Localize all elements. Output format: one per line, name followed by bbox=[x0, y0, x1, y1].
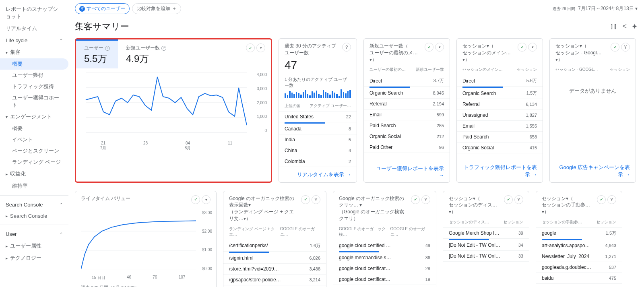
status-ok-icon[interactable]: ✓ bbox=[597, 195, 606, 204]
pill-all-users[interactable]: す すべてのユーザー bbox=[75, 3, 130, 14]
status-ok-icon[interactable]: ✓ bbox=[411, 195, 420, 204]
sidebar-user[interactable]: User⌃ bbox=[0, 228, 68, 240]
table-row[interactable]: United States22 bbox=[279, 111, 357, 122]
table-row[interactable]: Google Merch Shop I…39 bbox=[443, 228, 529, 239]
row-label: google merchandise store bbox=[339, 255, 391, 260]
table-row[interactable]: Paid Other96 bbox=[364, 142, 450, 153]
table-row[interactable]: s0.2mdn.net210 bbox=[536, 284, 622, 287]
status-ok-icon[interactable]: ✓ bbox=[246, 43, 255, 52]
pill-add-compare[interactable]: 比較対象を追加 ＋ bbox=[132, 3, 181, 14]
card-menu-button[interactable] bbox=[435, 43, 444, 52]
help-icon[interactable]: ? bbox=[105, 46, 110, 51]
row-value: 1.5万 bbox=[606, 230, 616, 236]
sidebar-eng-pages[interactable]: ページとスクリーン bbox=[0, 145, 68, 157]
table-row[interactable]: [Do Not Edit - TW Onl…33 bbox=[443, 251, 529, 262]
sidebar-technology[interactable]: ▸テクノロジー bbox=[0, 252, 68, 264]
table-row[interactable]: Organic Social415 bbox=[457, 142, 543, 153]
table-row[interactable]: googleads.g.doublec…537 bbox=[536, 262, 622, 273]
help-icon[interactable]: ? bbox=[342, 43, 351, 52]
table-row[interactable]: Paid Search285 bbox=[364, 120, 450, 131]
sidebar-monetization[interactable]: ▸収益化 bbox=[0, 168, 68, 180]
status-ok-icon[interactable]: ✓ bbox=[504, 195, 513, 204]
help-icon[interactable]: ? bbox=[161, 46, 166, 51]
filter-button[interactable]: Y bbox=[514, 195, 523, 204]
status-ok-icon[interactable]: ✓ bbox=[191, 195, 200, 204]
sidebar-retention[interactable]: 維持率 bbox=[0, 180, 68, 192]
sidebar-eng-landing[interactable]: ランディング ページ bbox=[0, 157, 68, 168]
table-row[interactable]: Unassigned1,827 bbox=[457, 110, 543, 121]
sidebar-acq-overview[interactable]: 概要 bbox=[0, 58, 68, 70]
card-menu-button[interactable] bbox=[256, 43, 265, 52]
table-row[interactable]: Direct3.7万 bbox=[364, 75, 450, 87]
table-row[interactable]: Email1,555 bbox=[457, 121, 543, 132]
table-row[interactable]: google cloud certified merch…49 bbox=[333, 240, 436, 251]
sidebar-eng-overview[interactable]: 概要 bbox=[0, 123, 68, 134]
table-row[interactable]: google1.5万 bbox=[536, 228, 622, 239]
sidebar-snapshot[interactable]: レポートのスナップショット bbox=[0, 3, 68, 23]
table-row[interactable]: Direct5.6万 bbox=[457, 75, 543, 87]
row-label: Organic Search bbox=[369, 90, 403, 96]
table-row[interactable]: /gpsapac/store-policies/fre…3,214 bbox=[223, 275, 326, 285]
sidebar-search-console-sub[interactable]: ▸Search Console bbox=[0, 211, 68, 221]
link-traffic-acquisition[interactable]: トラフィック獲得レポートを表示→ bbox=[457, 160, 543, 182]
table-row[interactable]: India5 bbox=[279, 134, 357, 145]
filter-button[interactable]: Y bbox=[607, 195, 616, 204]
table-row[interactable]: baidu475 bbox=[536, 273, 622, 284]
card-menu-button[interactable] bbox=[202, 195, 211, 204]
share-icon[interactable]: < bbox=[622, 22, 627, 31]
status-ok-icon[interactable]: ✓ bbox=[425, 43, 433, 52]
sidebar-lifecycle[interactable]: Life cycle⌃ bbox=[0, 35, 68, 46]
table-row[interactable]: Newsletter_July_20241,271 bbox=[536, 251, 622, 262]
metric-tab-new-users[interactable]: 新規ユーザー数? 4.9万 bbox=[118, 39, 174, 68]
table-row[interactable]: google cloud certification m…19 bbox=[333, 274, 436, 285]
status-ok-icon[interactable]: ✓ bbox=[611, 43, 619, 52]
filter-button[interactable]: Y bbox=[621, 43, 630, 52]
table-row[interactable]: /signin.html6,026 bbox=[223, 253, 326, 264]
row-value: 19 bbox=[425, 277, 430, 282]
link-user-acquisition[interactable]: ユーザー獲得レポートを表示→ bbox=[364, 161, 450, 182]
sidebar-acq-user[interactable]: ユーザー獲得 bbox=[0, 70, 68, 81]
row-value: 658 bbox=[530, 134, 537, 139]
table-row[interactable]: google cloud certification pe…28 bbox=[333, 263, 436, 274]
table-row[interactable]: [Do Not Edit - TW Onl…34 bbox=[443, 240, 529, 251]
sidebar-acq-traffic[interactable]: トラフィック獲得 bbox=[0, 81, 68, 92]
table-row[interactable]: Organic Search1.5万 bbox=[457, 88, 543, 99]
link-view-realtime[interactable]: リアルタイムを表示→ bbox=[279, 167, 357, 182]
metric-tab-users[interactable]: ユーザー? 5.5万 bbox=[76, 39, 118, 68]
chevron-down-icon: ▾ bbox=[6, 50, 8, 55]
table-row[interactable]: Organic Search8,945 bbox=[364, 88, 450, 99]
table-row[interactable]: Referral6,134 bbox=[457, 99, 543, 110]
card-menu-button[interactable] bbox=[528, 43, 537, 52]
table-row[interactable]: Canada8 bbox=[279, 124, 357, 134]
sidebar-acq-cohort[interactable]: ユーザー獲得コホート bbox=[0, 92, 68, 111]
status-ok-icon[interactable]: ✓ bbox=[518, 43, 526, 52]
table-row[interactable]: Referral2,194 bbox=[364, 99, 450, 109]
table-row[interactable]: Organic Social212 bbox=[364, 131, 450, 142]
table-row[interactable]: /signin.html?vid=201605125…3,024 bbox=[223, 285, 326, 287]
row-value: 6,134 bbox=[526, 102, 537, 107]
sidebar-eng-events[interactable]: イベント bbox=[0, 134, 68, 145]
table-row[interactable]: Paid Search658 bbox=[457, 132, 543, 142]
table-row[interactable]: /store.html?vid=201905223…3,438 bbox=[223, 264, 326, 275]
table-row[interactable]: Email599 bbox=[364, 109, 450, 120]
filter-button[interactable]: Y bbox=[421, 195, 430, 204]
sidebar-acquisition[interactable]: ▾集客 bbox=[0, 46, 68, 58]
chevron-right-icon: ▸ bbox=[6, 172, 8, 176]
sidebar-user-attributes[interactable]: ▸ユーザー属性 bbox=[0, 240, 68, 252]
filter-button[interactable]: Y bbox=[312, 195, 320, 204]
sidebar-realtime[interactable]: リアルタイム bbox=[0, 23, 68, 35]
table-row[interactable]: google merchandise store36 bbox=[333, 252, 436, 263]
sidebar-search-console[interactable]: Search Console⌃ bbox=[0, 199, 68, 211]
date-range-picker[interactable]: 過去 28 日間 7月17日～2024年8月13日 ▾ bbox=[553, 5, 638, 12]
table-row[interactable]: /certificationperks/1.6万 bbox=[223, 240, 326, 252]
link-google-ads[interactable]: Google 広告キャンペーンを表示→ bbox=[550, 160, 636, 182]
insights-icon[interactable]: ✦ bbox=[632, 22, 638, 31]
table-row[interactable]: art-analytics.appspo…4,943 bbox=[536, 240, 622, 251]
table-row[interactable]: google cloud merchandise15 bbox=[333, 285, 436, 287]
table-row[interactable]: China4 bbox=[279, 145, 357, 156]
table-row[interactable]: Colombia2 bbox=[279, 156, 357, 167]
row-value: 1,555 bbox=[526, 124, 537, 128]
status-ok-icon[interactable]: ✓ bbox=[301, 195, 310, 204]
sidebar-engagement[interactable]: ▾エンゲージメント bbox=[0, 111, 68, 123]
compare-icon[interactable]: ⫿⫿ bbox=[610, 22, 617, 31]
